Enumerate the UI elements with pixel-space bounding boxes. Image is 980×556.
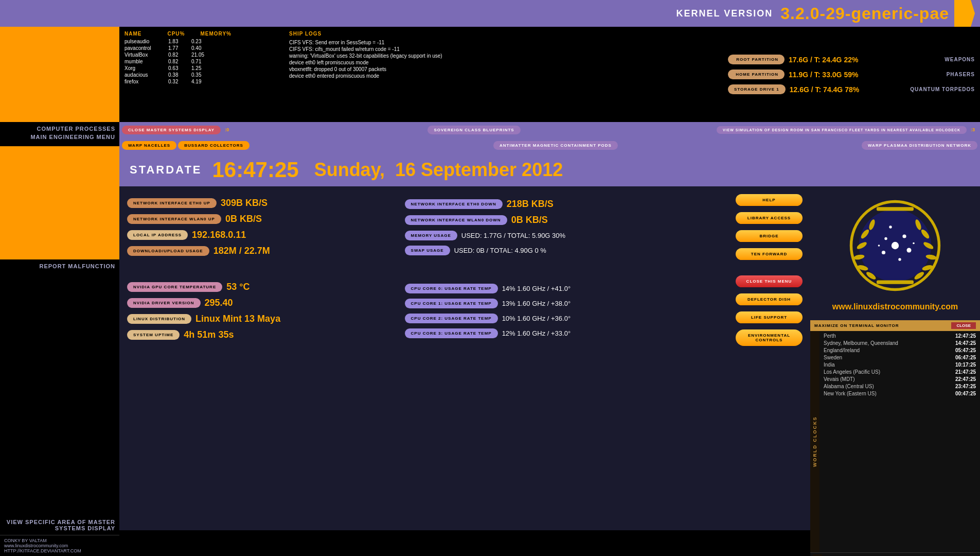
metrics-mid-upper: NETWORK INTERFACE ETH0 DOWN 218B KB/S NE… [405, 199, 725, 255]
proc-col-mem: MEMORY% [200, 31, 231, 37]
log-row: warning: 'VirtualBox' uses 32-bit capabi… [289, 53, 718, 59]
world-clocks-rows: Perth 12:47:25 Sydney, Melbourne, Queens… [819, 331, 980, 552]
uptime-label: SYSTEM UPTIME [127, 330, 180, 340]
close-master-btn[interactable]: CLOSE MASTER SYSTEMS DISPLAY [122, 126, 221, 134]
world-clocks-side-label: WORLD CLOCKS [810, 331, 819, 552]
linux-dist-label: LINUX DISTRIBUTION [127, 314, 191, 324]
proc-row: mumble0.820.71 [124, 58, 279, 65]
metrics-mid-lower: CPU CORE 0: USAGE RATE TEMP 14% 1.60 GHz… [405, 284, 725, 338]
cpu0-row: CPU CORE 0: USAGE RATE TEMP 14% 1.60 GHz… [405, 284, 725, 293]
deflector-dish-btn[interactable]: DEFLECTOR DISH [736, 293, 803, 305]
clock-newyork: New York (Eastern US) 00:47:25 [824, 390, 976, 397]
uptime-value: 4h 51m 35s [184, 329, 234, 340]
clock-sydney: Sydney, Melbourne, Queensland 14:47:25 [824, 340, 976, 346]
home-partition-row: HOME PARTITION 11.9G / T: 33.0G 59% PHAS… [728, 70, 975, 79]
close-this-menu-btn[interactable]: CLOSE THIS MENU [736, 275, 803, 287]
cpu0-value: 14% 1.60 GHz / +41.0° [502, 285, 571, 292]
ten-forward-btn[interactable]: TEN FORWARD [736, 248, 803, 260]
blueprints-btn[interactable]: SOVEREIGN CLASS BLUEPRINTS [427, 126, 520, 134]
metrics-lower: NVIDIA GPU CORE TEMPERATURE 53 °C NVIDIA… [127, 275, 803, 346]
uptime-row: SYSTEM UPTIME 4h 51m 35s [127, 329, 395, 340]
clock-england: England/Ireland 05:47:25 [824, 347, 976, 354]
world-clocks-content: WORLD CLOCKS Perth 12:47:25 Sydney, Melb… [810, 331, 980, 552]
proc-row: pavacontrol1.770.40 [124, 45, 279, 51]
dl-ul-label: DOWNLOAD/UPLOAD USAGE [127, 246, 209, 256]
home-partition-name: PHASERS [947, 72, 975, 77]
left-orange-mid [0, 146, 119, 259]
process-section: NAME CPU% MEMORY% pulseaudio1.830.23 pav… [124, 31, 279, 118]
library-access-btn[interactable]: LIBRARY ACCESS [736, 212, 803, 224]
local-ip-row: LOCAL IP ADDRESS 192.168.0.11 [127, 230, 395, 240]
cpu2-row: CPU CORE 2: USAGE RATE TEMP 10% 1.60 GHz… [405, 314, 725, 323]
clock-sweden: Sweden 06:47:25 [824, 354, 976, 361]
net-eth0-down-row: NETWORK INTERFACE ETH0 DOWN 218B KB/S [405, 199, 725, 210]
cpu2-value: 10% 1.60 GHz / +36.0° [502, 315, 571, 322]
log-row: device eth0 entered promiscuous mode [289, 73, 718, 79]
antimatter-btn[interactable]: ANTIMATTER MAGNETIC CONTAINMENT PODS [493, 141, 618, 150]
bussard-btn[interactable]: BUSSARD COLLECTORS [178, 141, 250, 150]
partitions-area: ROOT PARTITION 17.6G / T: 24.4G 22% WEAP… [723, 27, 980, 122]
view-specific-label[interactable]: VIEW SPECIFIC AREA OF MASTER SYSTEMS DIS… [4, 518, 115, 532]
storage-partition-value: 12.6G / T: 74.4G 78% [790, 85, 859, 94]
stardate-row: STARDATE 16:47:25 Sunday, 16 September 2… [119, 153, 980, 186]
local-ip-label: LOCAL IP ADDRESS [127, 230, 188, 240]
svg-rect-23 [877, 281, 914, 284]
stardate-time: 16:47:25 [212, 158, 299, 182]
website-1[interactable]: www.linuxdistrocommunity.com [4, 543, 115, 548]
clock-alabama: Alabama (Central US) 23:47:25 [824, 383, 976, 390]
proc-row: VirtualBox0.8221.05 [124, 51, 279, 58]
starfleet-logo [849, 199, 941, 292]
linux-dist-value: Linux Mint 13 Maya [195, 314, 280, 324]
memory-value: USED: 1.77G / TOTAL: 5.90G 30% [461, 232, 565, 239]
driver-ver-value: 295.40 [205, 298, 233, 308]
root-partition-row: ROOT PARTITION 17.6G / T: 24.4G 22% WEAP… [728, 55, 975, 64]
website-2[interactable]: HTTP://KITFACE.DEVIANTART.COM [4, 548, 115, 553]
wc-close-btn[interactable]: CLOSE [951, 322, 976, 329]
cpu1-row: CPU CORE 1: USAGE RATE TEMP 13% 1.60 GHz… [405, 299, 725, 308]
metrics-left-lower: NVIDIA GPU CORE TEMPERATURE 53 °C NVIDIA… [127, 282, 395, 340]
view-label: VIEW SPECIFIC AREA OF MASTER SYSTEMS DIS… [0, 515, 119, 535]
holodeck-btn[interactable]: VIEW SIMULATION OF DESIGN ROOM IN SAN FR… [717, 126, 967, 134]
storage-partition-label: STORAGE DRIVE 1 [728, 84, 786, 94]
top-bar-arrow [954, 0, 975, 27]
clock-india: India 10:17:25 [824, 361, 976, 368]
net-wlan0-down-value: 0B KB/S [511, 215, 548, 225]
svg-point-5 [907, 248, 912, 253]
proc-col-cpu: CPU% [167, 31, 185, 37]
root-partition-name: WEAPONS [945, 57, 975, 62]
net-eth0-down-label: NETWORK INTERFACE ETH0 DOWN [405, 199, 503, 209]
nav1-num2: :3 [968, 127, 977, 132]
proc-row: firefox0.324.19 [124, 78, 279, 85]
life-support-btn[interactable]: LIFE SUPPORT [736, 311, 803, 323]
svg-point-10 [878, 245, 880, 247]
warp-plasma-btn[interactable]: WARP PLASMAA DISTRIBUTION NETWORK [862, 141, 977, 150]
maximize-btn[interactable]: MAXIMIZE ON TERMINAL MONITOR [814, 323, 899, 328]
main-menu-label[interactable]: MAIN ENGINEERING MENU [4, 133, 115, 141]
cpu3-row: CPU CORE 3: USAGE RATE TEMP 12% 1.60 GHz… [405, 328, 725, 338]
warp-nacelles-btn[interactable]: WARP NACELLES [122, 141, 176, 150]
help-btn[interactable]: HELP [736, 194, 803, 206]
cpu3-value: 12% 1.60 GHz / +33.0° [502, 329, 571, 337]
proc-row: pulseaudio1.830.23 [124, 38, 279, 45]
svg-point-2 [892, 242, 899, 249]
net-eth0-down-value: 218B KB/S [507, 199, 554, 210]
logo-website[interactable]: www.linuxdistrocommunity.com [832, 302, 958, 311]
process-logs-area: NAME CPU% MEMORY% pulseaudio1.830.23 pav… [119, 27, 723, 122]
kernel-label: KERNEL VERSION [676, 8, 773, 19]
log-row: vboxnetflt: dropped 0 out of 30007 packe… [289, 66, 718, 73]
left-labels-1: COMPUTER PROCESSES MAIN ENGINEERING MENU [0, 122, 119, 144]
local-ip-value: 192.168.0.11 [192, 230, 246, 240]
stardate-label: STARDATE [130, 163, 202, 177]
proc-row: Xorg0.631.25 [124, 65, 279, 72]
net-wlan0-up-row: NETWORK INTERFACE WLAN0 UP 0B KB/S [127, 214, 395, 224]
net-eth0-up-label: NETWORK INTERFACE ETH0 UP [127, 198, 217, 208]
stardate-day: Sunday, [314, 159, 385, 181]
gpu-temp-label: NVIDIA GPU CORE TEMPERATURE [127, 282, 222, 292]
svg-point-9 [913, 242, 915, 245]
bridge-btn[interactable]: BRIDGE [736, 230, 803, 242]
report-malfunction-label[interactable]: REPORT MALFUNCTION [4, 262, 115, 270]
environmental-controls-btn[interactable]: ENVIRONMENTAL CONTROLS [736, 329, 803, 346]
log-row: CIFS VFS: cifs_mount failed w/return cod… [289, 46, 718, 53]
net-wlan0-down-row: NETWORK INTERFACE WLAN0 DOWN 0B KB/S [405, 215, 725, 225]
svg-point-8 [889, 225, 892, 228]
